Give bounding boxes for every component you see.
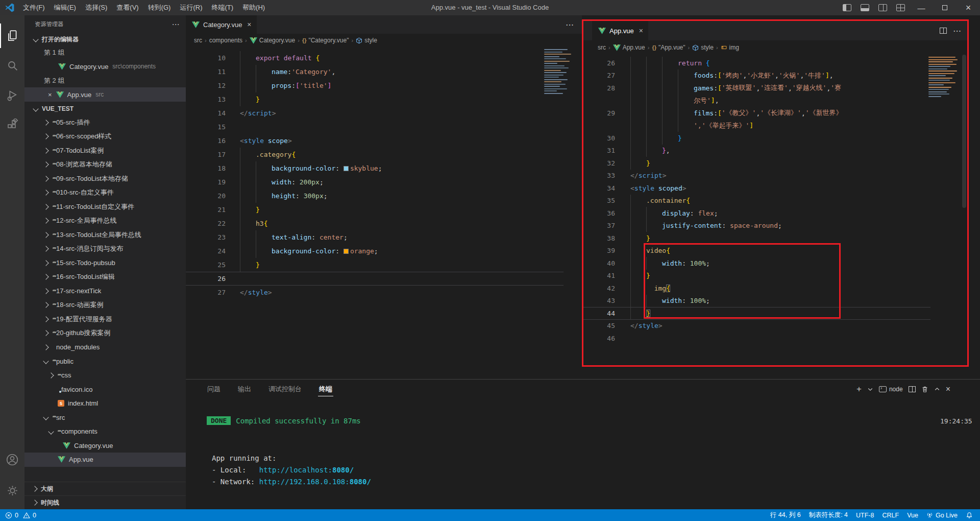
close-editor-icon[interactable]: × xyxy=(48,91,52,99)
tree-item[interactable]: 09-src-TodoList本地存储 xyxy=(24,172,186,186)
code-line[interactable]: 15 xyxy=(186,120,564,134)
eol-sequence[interactable]: CRLF xyxy=(882,512,899,519)
tab-category-vue[interactable]: Category.vue × xyxy=(186,15,257,34)
editor-actions-more-icon[interactable]: ⋯ xyxy=(566,15,574,34)
code-line[interactable]: 20 height: 300px; xyxy=(186,189,564,203)
breadcrumb-item[interactable]: {}"App.vue" xyxy=(652,44,685,51)
maximize-panel-icon[interactable] xyxy=(934,386,940,392)
tree-item[interactable]: 11-src-TodoList自定义事件 xyxy=(24,200,186,214)
panel-tab-输出[interactable]: 输出 xyxy=(237,383,252,396)
menu-运行[interactable]: 运行(R) xyxy=(175,4,207,11)
menu-终端[interactable]: 终端(T) xyxy=(207,4,238,11)
tree-item[interactable]: 19-配置代理服务器 xyxy=(24,312,186,326)
sidebar-more-icon[interactable]: ⋯ xyxy=(172,20,180,29)
minimap[interactable] xyxy=(544,49,578,136)
breadcrumb-item[interactable]: {}"Category.vue" xyxy=(302,37,349,44)
split-editor-icon[interactable] xyxy=(940,28,947,34)
code-line[interactable]: 30 } xyxy=(583,132,930,145)
tree-item[interactable]: 12-src-全局事件总线 xyxy=(24,214,186,228)
editor-actions-more-icon[interactable]: ⋯ xyxy=(953,26,961,36)
tree-item[interactable]: public xyxy=(24,354,186,369)
panel-tab-终端[interactable]: 终端 xyxy=(318,383,333,396)
code-line[interactable]: 11 name:'Category', xyxy=(186,65,564,79)
tree-item[interactable]: 07-TodoList案例 xyxy=(24,144,186,158)
explorer-icon[interactable] xyxy=(0,23,24,48)
tree-item[interactable]: 18-src-动画案例 xyxy=(24,298,186,313)
tree-item[interactable]: Category.vue xyxy=(24,439,186,453)
code-line[interactable]: 24 background-color: orange; xyxy=(186,244,564,258)
code-line[interactable]: 16<style scope> xyxy=(186,134,564,148)
menu-文件[interactable]: 文件(F) xyxy=(18,4,50,11)
customize-layout-icon[interactable] xyxy=(896,4,905,11)
code-line[interactable]: 18 background-color: skyblue; xyxy=(186,161,564,175)
tree-item[interactable]: components xyxy=(24,424,186,439)
tree-item[interactable]: 15-src-Todo-pubsub xyxy=(24,256,186,270)
breadcrumb-item[interactable]: src xyxy=(194,37,202,44)
code-line[interactable]: 38 } xyxy=(583,232,930,245)
close-button[interactable]: × xyxy=(957,0,980,15)
tree-item[interactable]: 14-src-消息订阅与发布 xyxy=(24,242,186,256)
code-line[interactable]: 13 } xyxy=(186,92,564,106)
language-mode[interactable]: Vue xyxy=(907,512,918,519)
breadcrumb[interactable]: src›App.vue›{}"App.vue"›style›img xyxy=(583,40,967,55)
tree-item[interactable]: src xyxy=(24,411,186,425)
code-line[interactable]: 32 } xyxy=(583,157,930,170)
panel-tab-调试控制台[interactable]: 调试控制台 xyxy=(267,383,303,396)
code-line[interactable]: 17 .category{ xyxy=(186,148,564,161)
problems-status[interactable]: 0 0 xyxy=(5,512,36,519)
tree-item[interactable]: 08-浏览器本地存储 xyxy=(24,158,186,172)
tree-item[interactable]: 20-github搜索案例 xyxy=(24,326,186,341)
tree-item[interactable]: node_modules xyxy=(24,340,186,354)
close-tab-icon[interactable]: × xyxy=(639,27,643,35)
code-line[interactable]: 36 display: flex; xyxy=(583,207,930,220)
terminal-profile-dropdown-icon[interactable] xyxy=(867,386,873,392)
code-line[interactable]: 29 films:['《教父》','《长津湖》','《新世界》 xyxy=(583,107,930,120)
tree-item[interactable]: App.vue xyxy=(24,453,186,467)
new-terminal-icon[interactable]: + xyxy=(856,384,862,394)
code-line[interactable]: 23 text-align: center; xyxy=(186,230,564,244)
code-editor-category[interactable]: 10 export default {11 name:'Category',12… xyxy=(186,51,564,299)
scrollbar[interactable] xyxy=(962,55,966,208)
toggle-secondary-sidebar-icon[interactable] xyxy=(878,4,887,11)
outline-section[interactable]: 大纲 xyxy=(24,482,186,495)
account-icon[interactable] xyxy=(0,447,24,472)
breadcrumb-item[interactable]: img xyxy=(721,44,739,51)
close-panel-icon[interactable]: × xyxy=(946,385,950,394)
tree-item[interactable]: 06-src-scoped样式 xyxy=(24,130,186,144)
open-editor-app[interactable]: × App.vue src xyxy=(24,87,186,102)
code-line[interactable]: 27</style> xyxy=(186,286,564,299)
code-line[interactable]: 35 .container{ xyxy=(583,195,930,207)
project-section[interactable]: VUE_TEST xyxy=(24,102,186,115)
code-line[interactable]: 27 foods:['烤肉','小龙虾','火锅','牛排'], xyxy=(583,69,930,82)
tree-item[interactable]: css xyxy=(24,368,186,383)
minimize-button[interactable]: — xyxy=(910,0,933,15)
menu-编辑[interactable]: 编辑(E) xyxy=(50,4,81,11)
breadcrumb-item[interactable]: components xyxy=(209,37,242,44)
toggle-sidebar-icon[interactable] xyxy=(843,4,851,11)
breadcrumb[interactable]: src›components›Category.vue›{}"Category.… xyxy=(186,34,582,47)
code-line[interactable]: 25 } xyxy=(186,258,564,272)
cursor-position[interactable]: 行 44, 列 6 xyxy=(770,511,801,519)
run-debug-icon[interactable] xyxy=(0,83,24,107)
minimap[interactable] xyxy=(928,57,960,123)
code-line[interactable]: 28 games:['英雄联盟','连连看','穿越火线','赛 xyxy=(583,82,930,94)
code-line[interactable]: 19 width: 200px; xyxy=(186,175,564,189)
timeline-section[interactable]: 时间线 xyxy=(24,495,186,509)
panel-tab-问题[interactable]: 问题 xyxy=(206,383,222,396)
tree-item[interactable]: 16-src-TodoList编辑 xyxy=(24,270,186,285)
code-line[interactable]: 34<style scoped> xyxy=(583,182,930,195)
code-line[interactable]: 46 xyxy=(583,332,930,345)
maximize-button[interactable] xyxy=(933,0,957,15)
open-editors-section[interactable]: 打开的编辑器 xyxy=(24,33,186,45)
breadcrumb-item[interactable]: Category.vue xyxy=(250,37,295,44)
notifications-bell-icon[interactable] xyxy=(966,512,973,519)
terminal-instance-node[interactable]: node xyxy=(879,386,903,393)
breadcrumb-item[interactable]: style xyxy=(356,37,377,44)
code-line-wrap[interactable]: 尔号'], xyxy=(583,94,930,107)
tree-item[interactable]: 5index.html xyxy=(24,396,186,411)
tree-item[interactable]: 13-src-TodoList全局事件总线 xyxy=(24,228,186,242)
tree-item[interactable]: 17-src-nextTick xyxy=(24,284,186,298)
code-line[interactable]: 21 } xyxy=(186,203,564,217)
code-line-wrap[interactable]: ','《举起手来》'] xyxy=(583,120,930,132)
kill-terminal-icon[interactable] xyxy=(921,386,928,393)
